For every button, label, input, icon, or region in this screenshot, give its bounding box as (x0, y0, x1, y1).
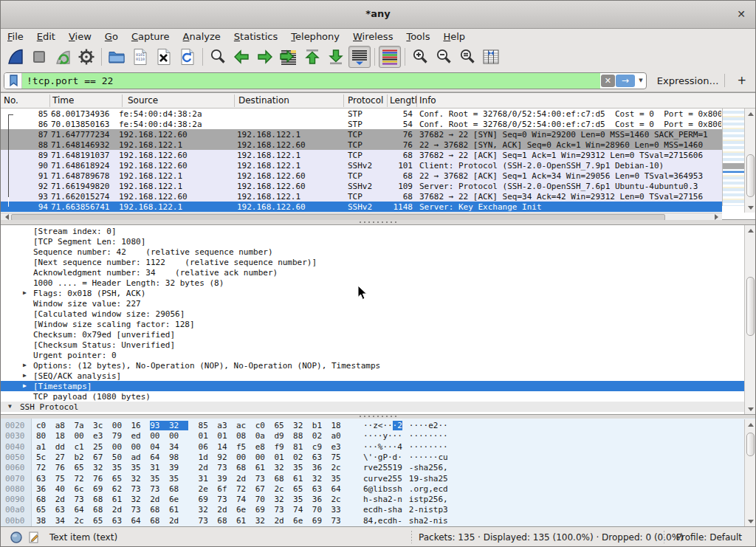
resize-columns-button[interactable] (480, 46, 502, 68)
column-separator[interactable] (387, 94, 388, 107)
hex-row[interactable]: 0030801800e379ed00000101080ad98802a0····… (1, 430, 744, 441)
filter-clear-button[interactable]: ✕ (601, 75, 615, 87)
colorize-button[interactable] (379, 46, 401, 68)
column-header-info[interactable]: Info (419, 95, 436, 106)
detail-line[interactable]: Acknowledgment number: 34 (relative ack … (1, 267, 744, 278)
last-packet-button[interactable] (325, 46, 347, 68)
hex-row[interactable]: 00b038342c656364682d736861322d6e697384,e… (1, 515, 744, 526)
close-window-button[interactable]: ✕ (735, 7, 748, 21)
filter-bookmark-button[interactable] (4, 73, 22, 89)
detail-line[interactable]: ▶Flags: 0x018 (PSH, ACK) (1, 288, 744, 298)
filter-apply-button[interactable]: → (616, 75, 635, 87)
packet-row-89[interactable]: 8971.648191037192.168.122.60192.168.122.… (1, 150, 722, 160)
detail-line[interactable]: [Window size scaling factor: 128] (1, 319, 744, 329)
close-file-button[interactable] (153, 46, 175, 68)
packet-row-90[interactable]: 9071.648618924192.168.122.60192.168.122.… (1, 160, 722, 171)
detail-line[interactable]: [Checksum Status: Unverified] (1, 340, 744, 350)
detail-line[interactable]: Checksum: 0x79ed [unverified] (1, 329, 744, 340)
packet-list-minimap[interactable] (722, 109, 744, 206)
column-separator[interactable] (49, 94, 50, 107)
column-separator[interactable] (343, 94, 344, 107)
packet-row-93[interactable]: 9371.662015274192.168.122.60192.168.122.… (1, 191, 722, 202)
find-packet-button[interactable] (207, 46, 229, 68)
menu-item-analyze[interactable]: Analyze (176, 30, 227, 43)
capture-comment-icon[interactable] (27, 531, 41, 544)
save-file-button[interactable]: 01010110 (129, 46, 151, 68)
detail-line[interactable]: [Calculated window size: 29056] (1, 309, 744, 319)
hex-row[interactable]: 0040a1ddc125000004340614f5e8f981c9e3···%… (1, 441, 744, 452)
auto-scroll-button[interactable] (348, 46, 371, 68)
hex-row[interactable]: 00505c27b26750ad64981d92000001026375\'·g… (1, 452, 744, 462)
menu-item-capture[interactable]: Capture (125, 30, 176, 43)
packet-list-vscrollbar[interactable] (744, 109, 756, 213)
hex-row[interactable]: 0090682d736861322d6e697374703235362ch-sh… (1, 494, 744, 504)
packet-row-87[interactable]: 8771.647777234192.168.122.60192.168.122.… (1, 129, 722, 140)
detail-line[interactable]: Window size value: 227 (1, 298, 744, 309)
packet-list-header[interactable]: No.TimeSourceDestinationProtocolLengthIn… (1, 93, 756, 109)
column-header-length[interactable]: Length (390, 95, 416, 106)
column-separator[interactable] (416, 94, 417, 107)
detail-line[interactable]: TCP payload (1080 bytes) (1, 391, 744, 402)
menu-item-file[interactable]: File (1, 30, 30, 43)
packet-bytes-pane[interactable]: 0020c0a87a3c0016933285a3acc06532b118··z<… (1, 419, 756, 527)
expression-button[interactable]: Expression… (657, 75, 719, 86)
column-separator[interactable] (122, 94, 123, 107)
column-header-source[interactable]: Source (128, 95, 158, 106)
zoom-reset-button[interactable] (456, 46, 478, 68)
column-separator[interactable] (234, 94, 235, 107)
detail-line[interactable]: ▶Options: (12 bytes), No-Operation (NOP)… (1, 360, 744, 371)
column-header-protocol[interactable]: Protocol (348, 95, 383, 106)
first-packet-button[interactable] (301, 46, 323, 68)
restart-capture-button[interactable] (52, 46, 74, 68)
menu-item-view[interactable]: View (62, 30, 98, 43)
menu-item-go[interactable]: Go (98, 30, 125, 43)
menu-item-edit[interactable]: Edit (30, 30, 62, 43)
packet-row-91[interactable]: 9171.648789678192.168.122.1192.168.122.6… (1, 171, 722, 181)
collapsed-arrow-icon[interactable]: ▶ (23, 289, 27, 296)
detail-line[interactable]: Sequence number: 42 (relative sequence n… (1, 247, 744, 257)
packet-row-94[interactable]: 9471.663856741192.168.122.1192.168.122.6… (1, 202, 722, 212)
menu-item-tools[interactable]: Tools (399, 30, 436, 43)
detail-line[interactable]: Urgent pointer: 0 (1, 350, 744, 360)
hex-row[interactable]: 00a0656364682d736861322d6e6973747033ecdh… (1, 504, 744, 515)
hex-row[interactable]: 0020c0a87a3c0016933285a3acc06532b118··z<… (1, 420, 744, 430)
menu-item-statistics[interactable]: Statistics (227, 30, 284, 43)
column-header-time[interactable]: Time (52, 95, 74, 106)
packet-row-85[interactable]: 8568.001734936fe:54:00:d4:38:2aSTP54Conf… (1, 109, 722, 119)
zoom-out-button[interactable] (433, 46, 455, 68)
reload-file-button[interactable] (176, 46, 199, 68)
menu-item-help[interactable]: Help (436, 30, 472, 43)
previous-packet-button[interactable] (230, 46, 252, 68)
menu-item-wireless[interactable]: Wireless (346, 30, 399, 43)
details-vscrollbar[interactable] (744, 225, 756, 414)
expanded-arrow-icon[interactable]: ▼ (8, 403, 12, 410)
column-header-no[interactable]: No. (4, 95, 18, 106)
detail-line[interactable]: ▼SSH Protocol (1, 402, 744, 412)
detail-line[interactable]: [TCP Segment Len: 1080] (1, 236, 744, 247)
column-header-destination[interactable]: Destination (238, 95, 289, 106)
filter-history-dropdown[interactable]: ▼ (636, 73, 646, 89)
hex-row[interactable]: 006072766532353531392d7368613235362crve2… (1, 462, 744, 472)
detail-line[interactable]: 1000 .... = Header Length: 32 bytes (8) (1, 278, 744, 288)
bytes-vscrollbar[interactable] (744, 419, 756, 526)
menu-item-telephony[interactable]: Telephony (284, 30, 346, 43)
zoom-in-button[interactable] (409, 46, 431, 68)
expert-info-icon[interactable] (10, 531, 23, 544)
hex-row[interactable]: 0070637572766532353531392d7368613235curv… (1, 473, 744, 484)
hex-row[interactable]: 008036406c69627373682e6f72672c6563646@li… (1, 484, 744, 494)
next-packet-button[interactable] (254, 46, 276, 68)
collapsed-arrow-icon[interactable]: ▶ (23, 372, 27, 379)
detail-line[interactable]: ▶[Timestamps] (1, 381, 744, 391)
packet-row-88[interactable]: 8871.648146932192.168.122.1192.168.122.6… (1, 140, 722, 150)
detail-line[interactable]: [Stream index: 0] (1, 226, 744, 236)
detail-line[interactable]: [Next sequence number: 1122 (relative se… (1, 257, 744, 267)
open-file-button[interactable] (106, 46, 128, 68)
capture-options-button[interactable] (75, 46, 97, 68)
go-to-packet-button[interactable] (278, 46, 300, 68)
detail-line[interactable]: ▶[SEQ/ACK analysis] (1, 371, 744, 381)
status-profile[interactable]: Profile: Default (676, 532, 742, 543)
collapsed-arrow-icon[interactable]: ▶ (23, 382, 27, 389)
collapsed-arrow-icon[interactable]: ▶ (23, 362, 27, 368)
packet-row-86[interactable]: 8670.013850163fe:54:00:d4:38:2aSTP54Conf… (1, 119, 722, 129)
display-filter-input[interactable]: !tcp.port == 22 (22, 73, 600, 89)
